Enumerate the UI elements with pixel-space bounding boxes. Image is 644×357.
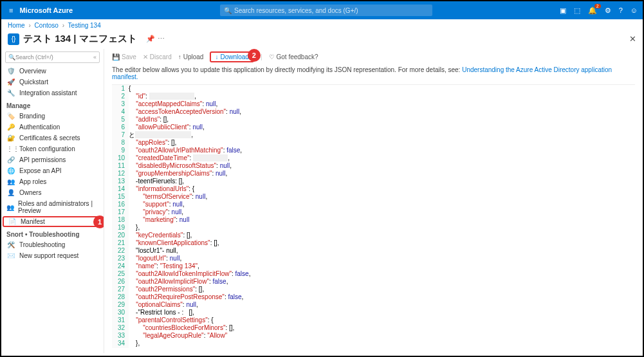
sidebar-item-integration-assistant[interactable]: 🔧Integration assistant <box>1 87 104 98</box>
cloud-shell-icon[interactable]: ▣ <box>560 6 566 15</box>
sidebar-item-token-configuration[interactable]: ⋮⋮Token configuration <box>1 143 104 154</box>
notif-badge: 2 <box>594 4 601 8</box>
sidebar-item-roles-and-administrators-preview[interactable]: 👥Roles and administrators | Preview <box>1 198 104 216</box>
manage-header: Manage <box>1 98 104 111</box>
upload-button[interactable]: ↑ Upload <box>178 53 204 60</box>
sidebar-item-branding[interactable]: 🏷️Branding <box>1 111 104 122</box>
sidebar-search[interactable]: 🔍 Search (Ctrl+/) « <box>5 51 100 63</box>
discard-button[interactable]: ✕ Discard <box>143 53 172 60</box>
sidebar-item-authentication[interactable]: 🔑Authentication <box>1 122 104 133</box>
search-icon: 🔍 <box>224 7 232 14</box>
sidebar-item-owners[interactable]: 👤Owners <box>1 187 104 198</box>
sidebar-item-expose-an-api[interactable]: 🌐Expose an API <box>1 165 104 176</box>
top-icons: ▣ ⬚ 🔔2 ⚙ ? ☺ <box>560 6 638 15</box>
sidebar-item-new-support-request[interactable]: ✉️New support request <box>1 250 104 261</box>
breadcrumb-testing[interactable]: Testing 134 <box>68 22 101 29</box>
toolbar: 💾 Save ✕ Discard ↑ Upload ↓ Download 2 |… <box>112 51 635 62</box>
sidebar: 🔍 Search (Ctrl+/) « 🛡️Overview🚀Quickstar… <box>1 49 104 353</box>
feedback-icon[interactable]: ☺ <box>630 6 638 14</box>
title-bar: {} テスト 134 | マニフェスト 📌 ⋯ ✕ <box>1 32 643 49</box>
top-bar: ≡ Microsoft Azure 🔍 Search resources, se… <box>1 1 643 19</box>
code-editor[interactable]: 1234567891011121314151617181920212223242… <box>112 84 635 348</box>
brand-label: Microsoft Azure <box>19 6 73 14</box>
sidebar-item-overview[interactable]: 🛡️Overview <box>1 66 104 77</box>
sidebar-item-api-permissions[interactable]: 🔗API permissions <box>1 154 104 165</box>
breadcrumb-contoso[interactable]: Contoso <box>35 22 59 29</box>
breadcrumb: Home › Contoso › Testing 134 <box>1 19 643 32</box>
save-button[interactable]: 💾 Save <box>112 53 136 60</box>
download-button[interactable]: ↓ Download 2 <box>210 51 253 62</box>
breadcrumb-home[interactable]: Home <box>8 22 25 29</box>
sidebar-item-manifest[interactable]: 📄Manifest1 <box>3 216 102 227</box>
sidebar-item-quickstart[interactable]: 🚀Quickstart <box>1 77 104 87</box>
support-header: Snort • Troubleshooting <box>1 227 104 239</box>
hamburger-icon[interactable]: ≡ <box>6 4 15 17</box>
callout-2: 2 <box>248 49 261 62</box>
settings-icon[interactable]: ⚙ <box>605 6 611 15</box>
collapse-icon[interactable]: « <box>93 54 97 60</box>
app-icon: {} <box>8 33 19 45</box>
sidebar-item-certificates-secrets[interactable]: 🔐Certificates & secrets <box>1 133 104 143</box>
page-title: テスト 134 | マニフェスト <box>23 33 137 45</box>
search-placeholder: Search resources, services, and docs (G+… <box>234 7 358 14</box>
sidebar-item-app-roles[interactable]: 👥App roles <box>1 176 104 187</box>
directories-icon[interactable]: ⬚ <box>574 6 580 15</box>
sidebar-item-troubleshooting[interactable]: 🛠️Troubleshooting <box>1 239 104 250</box>
pin-icon[interactable]: 📌 <box>146 35 155 43</box>
global-search[interactable]: 🔍 Search resources, services, and docs (… <box>220 5 432 16</box>
main-content: 💾 Save ✕ Discard ↑ Upload ↓ Download 2 |… <box>104 49 643 353</box>
more-icon[interactable]: ⋯ <box>158 35 165 43</box>
close-icon[interactable]: ✕ <box>629 34 636 44</box>
callout-1: 1 <box>93 215 104 228</box>
description: The editor below allows you to update th… <box>112 66 635 80</box>
help-icon[interactable]: ? <box>619 6 623 14</box>
notifications-icon[interactable]: 🔔2 <box>588 6 597 15</box>
feedback-button[interactable]: ♡ Got feedback? <box>269 53 318 60</box>
